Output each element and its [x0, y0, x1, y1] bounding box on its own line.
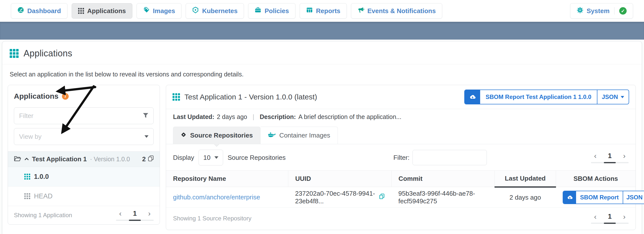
nav-label: Dashboard: [27, 7, 61, 15]
table-filter: Filter:: [394, 150, 487, 165]
last-updated-value: 2 days ago: [217, 113, 247, 120]
applications-grid-icon: [10, 49, 18, 58]
info-icon[interactable]: i: [62, 93, 69, 100]
version-count-value: 2: [142, 155, 146, 163]
header-band: [0, 22, 644, 40]
gear-icon: [576, 7, 584, 15]
detail-footer: Showing 1 Source Repository ‹ 1 ›: [166, 208, 636, 230]
chevron-up-icon[interactable]: [24, 157, 29, 161]
column-repository-name[interactable]: Repository Name: [166, 171, 288, 187]
docker-whale-icon: [268, 132, 276, 139]
tab-container-images[interactable]: Container Images: [260, 127, 338, 144]
sbom-format-select[interactable]: JSON: [597, 90, 629, 104]
tags-icon: [143, 7, 150, 15]
sbom-format-select[interactable]: JSON: [623, 191, 644, 204]
pager-scrollbar[interactable]: [591, 223, 629, 224]
applications-filter-field[interactable]: [14, 107, 154, 124]
report-icon: [306, 7, 313, 15]
nav-applications-button[interactable]: Applications: [72, 3, 132, 18]
system-label: System: [587, 7, 610, 15]
page-header: Applications: [2, 41, 642, 64]
table-controls: Display 10 Source Repositories Filter: ‹…: [166, 144, 636, 170]
sbom-report-label[interactable]: SBOM Report Test Application 1 1.0.0: [480, 90, 597, 104]
detail-tabs: Source Repositories Container Images: [166, 127, 636, 144]
nav-reports-button[interactable]: Reports: [300, 3, 347, 18]
chevron-down-icon: [144, 135, 148, 138]
next-page-button[interactable]: ›: [623, 213, 626, 220]
next-page-button[interactable]: ›: [148, 210, 151, 217]
column-commit[interactable]: Commit: [392, 171, 495, 187]
nav-policies-button[interactable]: Policies: [248, 3, 295, 18]
version-row-1-0-0[interactable]: 1.0.0: [8, 167, 160, 187]
nav-kubernetes-button[interactable]: Kubernetes: [186, 3, 244, 18]
column-uuid[interactable]: UUID: [288, 171, 392, 187]
copy-stack-icon: [148, 155, 154, 163]
table-top-pager: ‹ 1 ›: [591, 152, 629, 163]
check-circle-icon: ✓: [619, 7, 627, 15]
version-label: HEAD: [34, 192, 52, 200]
page-size-value: 10: [203, 154, 210, 161]
sbom-report-label[interactable]: SBOM Report: [576, 191, 623, 204]
nav-label: Policies: [264, 7, 289, 15]
filter-label: Filter:: [394, 154, 410, 161]
applications-filter-input[interactable]: [19, 112, 143, 120]
next-page-button[interactable]: ›: [623, 152, 626, 160]
applications-pager: ‹ 1 ›: [116, 210, 154, 221]
prev-page-button[interactable]: ‹: [594, 213, 596, 220]
system-button[interactable]: System ✓: [570, 3, 633, 18]
application-grid-icon: [172, 93, 180, 101]
description-label: Description:: [260, 113, 296, 120]
uuid-value: 237202a0-70ec-4578-9941-23eb4f8...: [295, 190, 376, 205]
last-updated-label: Last Updated:: [173, 113, 214, 120]
nav-images-button[interactable]: Images: [136, 3, 182, 18]
grid-icon: [24, 193, 30, 199]
applications-list-heading: Applications i: [14, 92, 154, 101]
version-row-head[interactable]: HEAD: [8, 187, 160, 206]
sbom-format-value: JSON: [626, 194, 642, 201]
current-page: 1: [608, 152, 612, 160]
page-title: Applications: [24, 48, 72, 59]
megaphone-icon: [358, 7, 364, 15]
applications-list-panel: Applications i View by Test Application …: [8, 85, 160, 225]
cloud-download-icon[interactable]: [563, 191, 576, 204]
prev-page-button[interactable]: ‹: [594, 152, 596, 160]
chevron-down-icon: [621, 96, 624, 98]
column-last-updated[interactable]: Last Updated: [495, 171, 556, 187]
nav-label: Images: [153, 7, 175, 15]
nav-events-notifications-button[interactable]: Events & Notifications: [351, 3, 442, 18]
nav-dashboard-button[interactable]: Dashboard: [11, 3, 68, 18]
folder-open-icon: [14, 156, 21, 163]
funnel-icon: [143, 113, 148, 119]
nav-label: Applications: [87, 7, 126, 15]
sbom-report-download-button[interactable]: SBOM Report Test Application 1 1.0.0 JSO…: [464, 90, 629, 104]
page-subtitle: Select an application in the list below …: [2, 64, 642, 83]
view-by-select[interactable]: View by: [14, 128, 154, 145]
chevron-down-icon: [214, 156, 218, 159]
divider: |: [247, 113, 260, 121]
application-row[interactable]: Test Application 1 · Version 1.0.0 2: [8, 152, 160, 167]
pager-scrollbar[interactable]: [591, 162, 629, 163]
grid-icon: [78, 8, 84, 14]
page-size-select[interactable]: 10: [198, 150, 223, 165]
source-repositories-table: Repository Name UUID Commit Last Updated…: [166, 170, 636, 208]
cloud-download-icon[interactable]: [465, 90, 480, 104]
repository-link[interactable]: github.com/anchore/enterprise: [173, 193, 260, 201]
table-header-row: Repository Name UUID Commit Last Updated…: [166, 171, 636, 187]
detail-meta: Last Updated: 2 days ago | Description: …: [166, 109, 636, 124]
repositories-count-summary: Showing 1 Source Repository: [173, 215, 251, 222]
copy-icon[interactable]: [379, 193, 384, 201]
application-version-suffix: · Version 1.0.0: [90, 156, 130, 163]
application-name: Test Application 1: [32, 155, 87, 163]
detail-header: Test Application 1 - Version 1.0.0 (late…: [166, 85, 636, 109]
table-filter-input[interactable]: [412, 150, 487, 165]
row-sbom-report-button[interactable]: SBOM Report JSON: [563, 191, 644, 204]
prev-page-button[interactable]: ‹: [119, 210, 122, 217]
nav-label: Events & Notifications: [367, 7, 436, 15]
tab-source-repositories[interactable]: Source Repositories: [173, 127, 260, 144]
detail-title: Test Application 1 - Version 1.0.0 (late…: [184, 93, 317, 101]
version-count: 2: [142, 155, 154, 163]
column-sbom-actions: SBOM Actions: [556, 171, 636, 187]
grid-icon: [24, 174, 30, 180]
tab-label: Container Images: [279, 132, 330, 139]
pager-scrollbar[interactable]: [116, 220, 154, 221]
